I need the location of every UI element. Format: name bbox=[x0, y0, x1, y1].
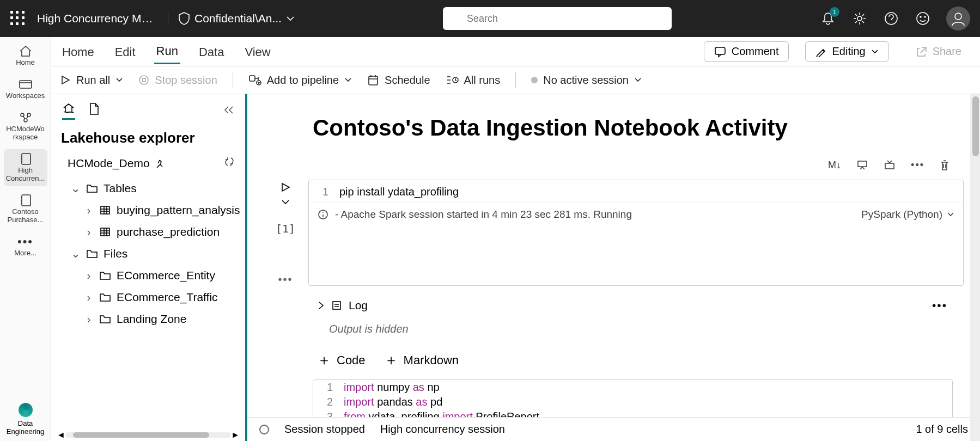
cell-action-button[interactable] bbox=[880, 157, 899, 176]
execution-count: [1] bbox=[276, 222, 295, 235]
tree-label: Files bbox=[104, 247, 127, 260]
explorer-tab-files[interactable] bbox=[88, 102, 99, 120]
comment-button[interactable]: Comment bbox=[704, 41, 789, 62]
scroll-left-icon[interactable]: ◄ bbox=[57, 430, 65, 440]
convert-markdown-button[interactable]: M↓ bbox=[825, 157, 844, 176]
search-input[interactable] bbox=[467, 13, 664, 24]
nav-contoso-purchase[interactable]: Contoso Purchase... bbox=[4, 191, 47, 228]
lakehouse-name: HCMode_Demo bbox=[68, 157, 150, 170]
chevron-down-icon[interactable] bbox=[281, 198, 290, 206]
account-avatar[interactable] bbox=[946, 7, 970, 30]
language-label: PySpark (Python) bbox=[861, 209, 942, 220]
svg-rect-12 bbox=[22, 195, 31, 206]
notebook-icon bbox=[20, 152, 32, 166]
tab-view[interactable]: View bbox=[242, 40, 272, 64]
scroll-right-icon[interactable]: ► bbox=[231, 430, 240, 440]
app-launcher-icon[interactable] bbox=[10, 10, 26, 27]
svg-rect-18 bbox=[369, 76, 378, 85]
share-label: Share bbox=[933, 45, 961, 58]
nav-label: HCModeWo rkspace bbox=[5, 125, 46, 142]
delete-cell-button[interactable] bbox=[936, 157, 953, 176]
scroll-thumb[interactable] bbox=[73, 432, 209, 438]
notebook-vscroll[interactable] bbox=[970, 94, 980, 441]
share-button[interactable]: Share bbox=[905, 42, 971, 61]
scroll-track[interactable] bbox=[65, 432, 231, 438]
language-selector[interactable]: PySpark (Python) bbox=[861, 209, 954, 220]
output-hidden-text: Output is hidden bbox=[269, 317, 964, 340]
run-all-button[interactable]: Run all bbox=[60, 74, 123, 87]
all-runs-label: All runs bbox=[464, 74, 501, 87]
editing-mode-button[interactable]: Editing bbox=[805, 41, 888, 62]
schedule-button[interactable]: Schedule bbox=[367, 74, 430, 87]
chevron-right-icon: › bbox=[84, 225, 94, 238]
tree-node-folder[interactable]: › Landing Zone bbox=[58, 308, 245, 330]
tree-node-folder[interactable]: › ECommerce_Entity bbox=[58, 265, 245, 286]
main-column: Home Edit Run Data View Comment Editing … bbox=[51, 37, 980, 441]
table-icon bbox=[99, 204, 111, 216]
tab-home[interactable]: Home bbox=[60, 40, 96, 64]
tab-data[interactable]: Data bbox=[197, 40, 226, 64]
svg-rect-16 bbox=[249, 76, 255, 81]
code-line[interactable]: 1 pip install ydata_profiling bbox=[309, 180, 963, 203]
scroll-thumb[interactable] bbox=[972, 96, 979, 156]
left-nav: Home Workspaces HCModeWo rkspace High Co… bbox=[0, 37, 51, 441]
tree-label: Landing Zone bbox=[117, 313, 186, 326]
nav-high-concurrency[interactable]: High Concurren... bbox=[4, 149, 47, 186]
sensitivity-text: Confidential\An... bbox=[194, 12, 282, 25]
chevron-right-icon bbox=[317, 301, 325, 310]
play-icon[interactable] bbox=[280, 182, 291, 193]
explorer-tab-lakehouse[interactable] bbox=[62, 102, 75, 120]
feedback-button[interactable] bbox=[915, 10, 931, 27]
add-pipeline-label: Add to pipeline bbox=[267, 74, 339, 87]
cell-action-button[interactable] bbox=[853, 157, 872, 176]
code-cell-2[interactable]: 1 import numpy as np 2 import pandas as … bbox=[313, 379, 953, 417]
nav-home[interactable]: Home bbox=[4, 41, 47, 70]
chevron-right-icon: › bbox=[84, 313, 94, 326]
tab-run[interactable]: Run bbox=[154, 39, 180, 64]
log-row[interactable]: Log ••• bbox=[269, 291, 964, 317]
tree-node-files[interactable]: ⌄ Files bbox=[58, 243, 245, 265]
refresh-button[interactable] bbox=[223, 156, 235, 170]
cell-menu-button[interactable]: ••• bbox=[278, 273, 293, 286]
chevron-down-icon: ⌄ bbox=[71, 247, 81, 260]
notifications-button[interactable]: 1 bbox=[820, 10, 836, 27]
tree-node-folder[interactable]: › ECommerce_Traffic bbox=[58, 286, 245, 308]
nav-workspaces[interactable]: Workspaces bbox=[4, 75, 47, 103]
search-box[interactable] bbox=[443, 7, 672, 30]
breadcrumb-title[interactable]: High Concurrency Mo... bbox=[37, 12, 157, 25]
top-right-actions: 1 bbox=[820, 7, 970, 30]
notebook-body: Contoso's Data Ingestion Notebook Activi… bbox=[247, 94, 980, 417]
help-button[interactable] bbox=[883, 10, 899, 27]
settings-button[interactable] bbox=[851, 10, 868, 27]
nav-hcmodeworkspace[interactable]: HCModeWo rkspace bbox=[4, 108, 47, 145]
tree-node-tables[interactable]: ⌄ Tables bbox=[58, 177, 245, 199]
tree-node-table[interactable]: › purchase_prediction bbox=[58, 221, 245, 243]
log-more-button[interactable]: ••• bbox=[932, 299, 947, 312]
add-code-cell-button[interactable]: ＋ Code bbox=[317, 351, 366, 370]
lakehouse-name-row[interactable]: HCMode_Demo bbox=[58, 154, 245, 177]
pin-icon[interactable] bbox=[155, 159, 164, 168]
tree-label: Tables bbox=[104, 182, 137, 195]
nav-more[interactable]: ••• More... bbox=[4, 232, 47, 261]
cell-body[interactable]: 1 pip install ydata_profiling - Apache S… bbox=[308, 180, 964, 286]
tab-edit[interactable]: Edit bbox=[113, 40, 138, 64]
notebook-area: Contoso's Data Ingestion Notebook Activi… bbox=[247, 94, 980, 441]
session-state-button[interactable]: No active session bbox=[531, 74, 642, 87]
add-to-pipeline-button[interactable]: Add to pipeline bbox=[248, 74, 352, 87]
workspace-icon bbox=[19, 112, 32, 124]
folder-icon bbox=[99, 270, 111, 281]
tree-node-table[interactable]: › buying_pattern_analysis bbox=[58, 199, 245, 221]
explorer-title: Lakehouse explorer bbox=[58, 125, 245, 154]
collapse-explorer-button[interactable] bbox=[223, 105, 234, 117]
sensitivity-label[interactable]: Confidential\An... bbox=[168, 11, 295, 26]
more-cell-actions-button[interactable]: ••• bbox=[908, 157, 928, 176]
all-runs-button[interactable]: All runs bbox=[446, 74, 501, 87]
nav-persona[interactable]: Data Engineering bbox=[4, 403, 47, 441]
explorer-hscroll[interactable]: ◄ ► bbox=[57, 431, 240, 439]
chevron-right-icon: › bbox=[84, 291, 94, 304]
stop-session-button[interactable]: Stop session bbox=[138, 74, 217, 87]
svg-rect-13 bbox=[715, 47, 725, 54]
add-markdown-cell-button[interactable]: ＋ Markdown bbox=[384, 351, 459, 370]
separator bbox=[515, 72, 516, 88]
notebook-title[interactable]: Contoso's Data Ingestion Notebook Activi… bbox=[313, 115, 964, 141]
